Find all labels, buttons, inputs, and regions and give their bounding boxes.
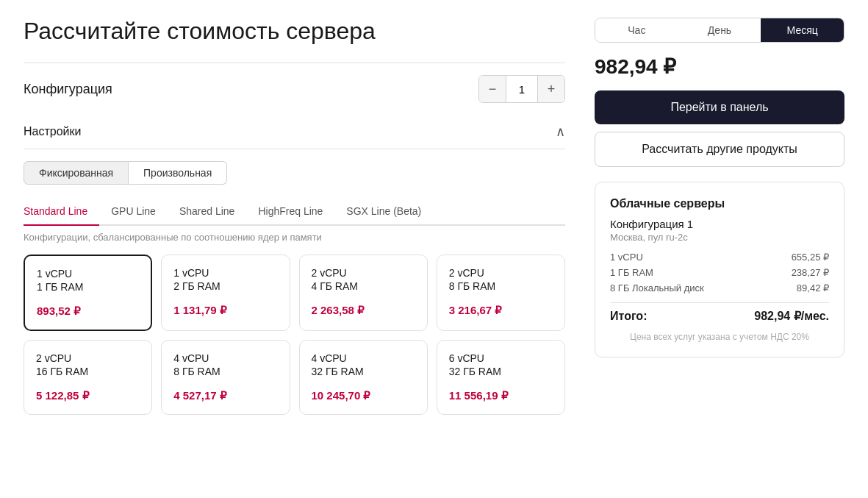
card-3-ram: 4 ГБ RAM — [312, 280, 415, 292]
right-column: Час День Месяц 982,94 ₽ Перейти в панель… — [595, 18, 844, 424]
summary-total-label: Итого: — [610, 310, 647, 323]
chevron-up-icon: ∧ — [556, 124, 565, 140]
card-3-cpu: 2 vCPU — [312, 267, 415, 279]
card-2-cpu: 1 vCPU — [173, 267, 277, 279]
settings-label: Настройки — [24, 125, 81, 138]
left-column: Рассчитайте стоимость сервера Конфигурац… — [24, 18, 565, 424]
custom-tab[interactable]: Произвольная — [129, 161, 227, 185]
go-to-panel-button[interactable]: Перейти в панель — [595, 90, 844, 124]
card-2-price: 1 131,79 ₽ — [173, 304, 277, 317]
summary-location: Москва, пул ru-2c — [610, 232, 829, 243]
summary-total-value: 982,94 ₽/мес. — [754, 309, 829, 323]
summary-vcpu-label: 1 vCPU — [610, 252, 643, 263]
card-6-cpu: 4 vCPU — [173, 352, 277, 364]
summary-line-vcpu: 1 vCPU 655,25 ₽ — [610, 252, 829, 263]
tab-sgx-line[interactable]: SGX Line (Beta) — [334, 199, 433, 224]
card-5-cpu: 2 vCPU — [36, 352, 140, 364]
card-6-price: 4 527,17 ₽ — [173, 389, 277, 402]
config-card-1[interactable]: 1 vCPU 1 ГБ RAM 893,52 ₽ — [24, 255, 152, 331]
tab-standard-line[interactable]: Standard Line — [24, 199, 99, 224]
config-card-8[interactable]: 6 vCPU 32 ГБ RAM 11 556,19 ₽ — [437, 340, 565, 415]
total-price: 982,94 ₽ — [595, 54, 844, 79]
billing-tab-day[interactable]: День — [678, 18, 761, 42]
card-5-ram: 16 ГБ RAM — [36, 366, 140, 377]
configuration-row: Конфигурация − + — [24, 75, 565, 103]
card-8-price: 11 556,19 ₽ — [449, 389, 553, 402]
card-4-ram: 8 ГБ RAM — [449, 280, 553, 292]
config-card-2[interactable]: 1 vCPU 2 ГБ RAM 1 131,79 ₽ — [161, 255, 290, 331]
quantity-input[interactable] — [506, 76, 538, 102]
vat-note: Цена всех услуг указана с учетом НДС 20% — [610, 332, 829, 342]
config-card-3[interactable]: 2 vCPU 4 ГБ RAM 2 263,58 ₽ — [299, 255, 428, 331]
card-7-price: 10 245,70 ₽ — [312, 389, 415, 402]
card-8-ram: 32 ГБ RAM — [449, 366, 553, 377]
quantity-increase-button[interactable]: + — [538, 76, 564, 102]
config-card-6[interactable]: 4 vCPU 8 ГБ RAM 4 527,17 ₽ — [161, 340, 290, 415]
tab-highfreq-line[interactable]: HighFreq Line — [246, 199, 334, 224]
summary-disk-value: 89,42 ₽ — [797, 282, 829, 294]
billing-period-tabs: Час День Месяц — [595, 18, 844, 43]
summary-disk-label: 8 ГБ Локальный диск — [610, 282, 704, 294]
config-cards-row2: 2 vCPU 16 ГБ RAM 5 122,85 ₽ 4 vCPU 8 ГБ … — [24, 340, 565, 415]
line-tabs: Standard Line GPU Line Shared Line HighF… — [24, 199, 565, 226]
page-title: Рассчитайте стоимость сервера — [24, 18, 565, 45]
card-7-cpu: 4 vCPU — [312, 352, 415, 364]
summary-ram-value: 238,27 ₽ — [792, 267, 829, 278]
billing-tab-month[interactable]: Месяц — [761, 18, 844, 42]
config-description: Конфигурации, сбалансированные по соотно… — [24, 232, 565, 243]
quantity-decrease-button[interactable]: − — [479, 76, 506, 102]
config-card-5[interactable]: 2 vCPU 16 ГБ RAM 5 122,85 ₽ — [24, 340, 152, 415]
config-cards-row1: 1 vCPU 1 ГБ RAM 893,52 ₽ 1 vCPU 2 ГБ RAM… — [24, 255, 565, 331]
card-1-ram: 1 ГБ RAM — [37, 281, 139, 293]
card-8-cpu: 6 vCPU — [449, 352, 553, 364]
card-4-cpu: 2 vCPU — [449, 267, 553, 279]
card-5-price: 5 122,85 ₽ — [36, 389, 140, 402]
summary-ram-label: 1 ГБ RAM — [610, 267, 653, 278]
summary-total-row: Итого: 982,94 ₽/мес. — [610, 302, 829, 323]
config-type-tabs: Фиксированная Произвольная — [24, 161, 565, 185]
tab-gpu-line[interactable]: GPU Line — [99, 199, 168, 224]
summary-config-name: Конфигурация 1 — [610, 218, 829, 230]
tab-shared-line[interactable]: Shared Line — [168, 199, 247, 224]
config-card-4[interactable]: 2 vCPU 8 ГБ RAM 3 216,67 ₽ — [437, 255, 565, 331]
card-6-ram: 8 ГБ RAM — [173, 366, 277, 377]
card-1-cpu: 1 vCPU — [37, 268, 139, 280]
config-card-7[interactable]: 4 vCPU 32 ГБ RAM 10 245,70 ₽ — [299, 340, 428, 415]
summary-category: Облачные серверы — [610, 197, 829, 210]
card-4-price: 3 216,67 ₽ — [449, 304, 553, 317]
summary-vcpu-value: 655,25 ₽ — [792, 252, 829, 263]
card-3-price: 2 263,58 ₽ — [312, 304, 415, 317]
card-7-ram: 32 ГБ RAM — [312, 366, 415, 377]
billing-tab-hour[interactable]: Час — [595, 18, 678, 42]
configuration-label: Конфигурация — [24, 82, 112, 97]
summary-line-ram: 1 ГБ RAM 238,27 ₽ — [610, 267, 829, 278]
settings-row[interactable]: Настройки ∧ — [24, 115, 565, 149]
card-2-ram: 2 ГБ RAM — [173, 280, 277, 292]
fixed-tab[interactable]: Фиксированная — [24, 161, 129, 185]
quantity-control: − + — [478, 75, 565, 103]
divider — [24, 63, 565, 63]
card-1-price: 893,52 ₽ — [37, 305, 139, 318]
calculate-other-button[interactable]: Рассчитать другие продукты — [595, 132, 844, 167]
summary-line-disk: 8 ГБ Локальный диск 89,42 ₽ — [610, 282, 829, 294]
summary-box: Облачные серверы Конфигурация 1 Москва, … — [595, 182, 844, 358]
